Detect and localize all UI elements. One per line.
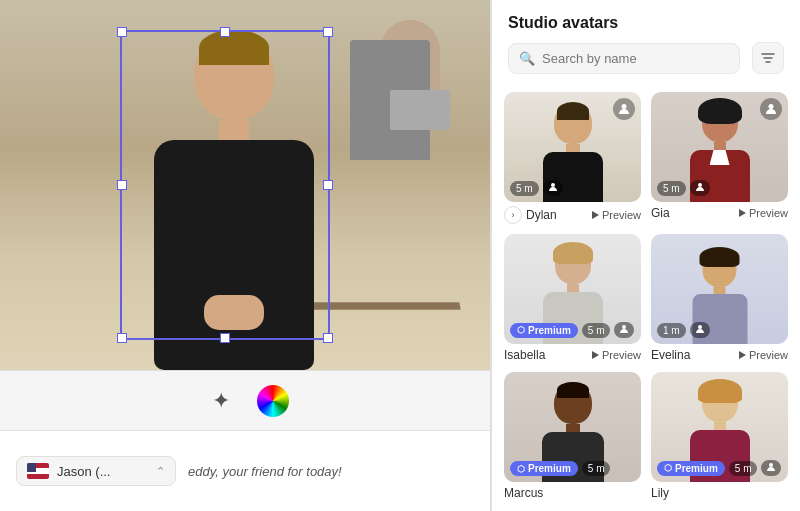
bottom-toolbar: ✦ bbox=[0, 370, 490, 430]
dylan-badges: 5 m bbox=[510, 180, 563, 196]
avatar-image-marcus: ⬡ Premium 5 m bbox=[504, 372, 641, 482]
search-row: 🔍 bbox=[508, 42, 784, 74]
chevron-icon: ⌃ bbox=[156, 465, 165, 478]
marcus-name: Marcus bbox=[504, 486, 543, 500]
dylan-preview-btn[interactable]: Preview bbox=[592, 209, 641, 221]
voice-name: Jason (... bbox=[57, 464, 110, 479]
avatar-image-evelina: 1 m bbox=[651, 234, 788, 344]
evelina-preview-label: Preview bbox=[749, 349, 788, 361]
gia-preview-btn[interactable]: Preview bbox=[739, 207, 788, 219]
magic-button[interactable]: ✦ bbox=[201, 381, 241, 421]
avatar-body bbox=[154, 140, 314, 370]
gia-person-badge bbox=[690, 180, 710, 196]
gia-preview-label: Preview bbox=[749, 207, 788, 219]
video-area bbox=[0, 0, 490, 370]
isabella-person-badge bbox=[614, 322, 634, 338]
marcus-premium-badge: ⬡ Premium bbox=[510, 461, 578, 476]
dylan-expand-btn[interactable]: › bbox=[504, 206, 522, 224]
grid-row-2: ⬡ Premium 5 m Isabella Preview bbox=[504, 234, 788, 364]
avatar-card-gia[interactable]: 5 m Gia Preview bbox=[651, 92, 788, 226]
search-icon: 🔍 bbox=[519, 51, 535, 66]
avatar-image-dylan: 5 m bbox=[504, 92, 641, 202]
marcus-time-badge: 5 m bbox=[582, 461, 611, 476]
lily-badges: ⬡ Premium 5 m bbox=[657, 460, 781, 476]
isabella-preview-btn[interactable]: Preview bbox=[592, 349, 641, 361]
avatar-figure bbox=[124, 30, 344, 370]
avatar-card-dylan[interactable]: 5 m › Dylan Preview bbox=[504, 92, 641, 226]
isabella-time-badge: 5 m bbox=[582, 323, 611, 338]
avatar-card-evelina[interactable]: 1 m Evelina Preview bbox=[651, 234, 788, 364]
svg-point-4 bbox=[622, 325, 626, 329]
panel-title: Studio avatars bbox=[508, 14, 784, 32]
avatar-image-gia: 5 m bbox=[651, 92, 788, 202]
filter-button[interactable] bbox=[752, 42, 784, 74]
lily-time-badge: 5 m bbox=[729, 461, 758, 476]
avatar-head bbox=[194, 30, 274, 120]
marcus-footer: Marcus bbox=[504, 482, 641, 502]
flag-blue-canton bbox=[27, 463, 36, 472]
color-wheel-button[interactable] bbox=[257, 385, 289, 417]
isabella-preview-label: Preview bbox=[602, 349, 641, 361]
lily-person-badge bbox=[761, 460, 781, 476]
avatar-hands bbox=[204, 295, 264, 330]
svg-point-2 bbox=[769, 104, 774, 109]
lily-name: Lily bbox=[651, 486, 669, 500]
grid-row-1: 5 m › Dylan Preview bbox=[504, 92, 788, 226]
bg-laptop bbox=[390, 90, 450, 130]
svg-point-3 bbox=[698, 183, 702, 187]
script-text: eddy, your friend for today! bbox=[188, 464, 342, 479]
gia-name: Gia bbox=[651, 206, 670, 220]
gia-time-badge: 5 m bbox=[657, 181, 686, 196]
isabella-premium-badge: ⬡ Premium bbox=[510, 323, 578, 338]
evelina-play-icon bbox=[739, 351, 746, 359]
grid-row-3: ⬡ Premium 5 m Marcus bbox=[504, 372, 788, 502]
evelina-person-badge bbox=[690, 322, 710, 338]
svg-point-0 bbox=[622, 104, 627, 109]
avatar-grid: 5 m › Dylan Preview bbox=[492, 84, 800, 511]
lily-premium-badge: ⬡ Premium bbox=[657, 461, 725, 476]
evelina-name: Evelina bbox=[651, 348, 690, 362]
dylan-name: Dylan bbox=[526, 208, 557, 222]
evelina-preview-btn[interactable]: Preview bbox=[739, 349, 788, 361]
script-area: Jason (... ⌃ eddy, your friend for today… bbox=[0, 430, 490, 511]
gia-badges: 5 m bbox=[657, 180, 710, 196]
svg-point-1 bbox=[551, 183, 555, 187]
isabella-footer: Isabella Preview bbox=[504, 344, 641, 364]
gia-play-icon bbox=[739, 209, 746, 217]
evelina-time-badge: 1 m bbox=[657, 323, 686, 338]
svg-point-6 bbox=[769, 463, 773, 467]
gia-person-icon bbox=[760, 98, 782, 120]
avatar-image-lily: ⬡ Premium 5 m bbox=[651, 372, 788, 482]
dylan-footer: › Dylan Preview bbox=[504, 202, 641, 226]
avatar-neck bbox=[219, 120, 249, 140]
dylan-preview-label: Preview bbox=[602, 209, 641, 221]
flag-icon bbox=[27, 463, 49, 479]
dylan-person-icon bbox=[613, 98, 635, 120]
right-panel: Studio avatars 🔍 bbox=[491, 0, 800, 511]
voice-selector[interactable]: Jason (... ⌃ bbox=[16, 456, 176, 486]
marcus-badges: ⬡ Premium 5 m bbox=[510, 461, 610, 476]
dylan-play-icon bbox=[592, 211, 599, 219]
isabella-badges: ⬡ Premium 5 m bbox=[510, 322, 634, 338]
avatar-image-isabella: ⬡ Premium 5 m bbox=[504, 234, 641, 344]
dylan-person-badge bbox=[543, 180, 563, 196]
search-bar: 🔍 bbox=[508, 43, 740, 74]
panel-header: Studio avatars 🔍 bbox=[492, 0, 800, 84]
search-input[interactable] bbox=[542, 51, 729, 66]
avatar-card-lily[interactable]: ⬡ Premium 5 m Lily bbox=[651, 372, 788, 502]
avatar-hair bbox=[199, 30, 269, 65]
gia-footer: Gia Preview bbox=[651, 202, 788, 222]
isabella-name: Isabella bbox=[504, 348, 545, 362]
lily-footer: Lily bbox=[651, 482, 788, 502]
avatar-card-marcus[interactable]: ⬡ Premium 5 m Marcus bbox=[504, 372, 641, 502]
svg-point-5 bbox=[698, 325, 702, 329]
evelina-footer: Evelina Preview bbox=[651, 344, 788, 364]
dylan-time-badge: 5 m bbox=[510, 181, 539, 196]
isabella-play-icon bbox=[592, 351, 599, 359]
avatar-card-isabella[interactable]: ⬡ Premium 5 m Isabella Preview bbox=[504, 234, 641, 364]
left-panel: ✦ Jason (... ⌃ eddy, your friend for tod… bbox=[0, 0, 490, 511]
evelina-badges: 1 m bbox=[657, 322, 710, 338]
